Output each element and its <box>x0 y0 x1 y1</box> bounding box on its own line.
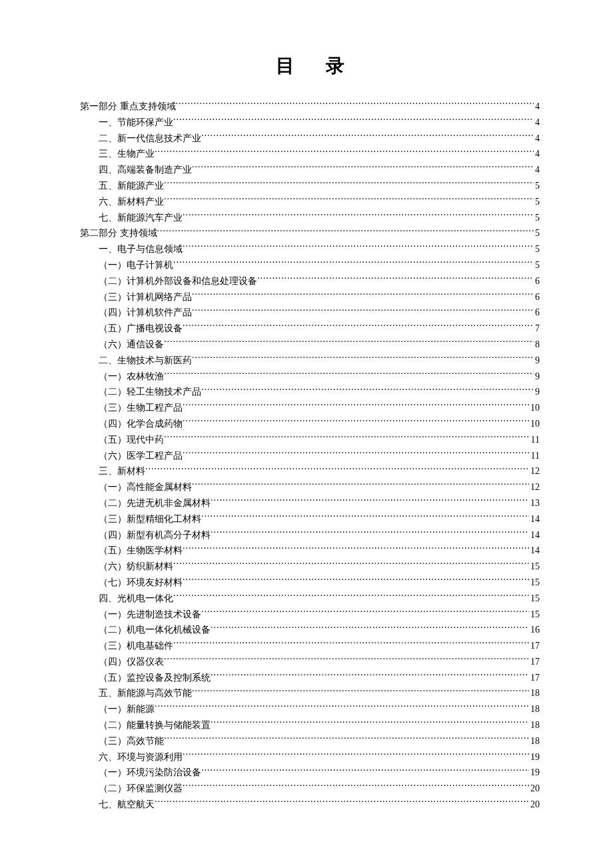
toc-entry-page: 6 <box>534 273 540 289</box>
toc-entry[interactable]: （二）先进无机非金属材料13 <box>80 495 540 511</box>
toc-leader-dots <box>201 766 529 775</box>
toc-entry-label: （五）监控设备及控制系统 <box>99 670 211 686</box>
toc-entry[interactable]: （六）通信设备8 <box>80 337 540 353</box>
toc-entry[interactable]: （三）生物工程产品10 <box>80 400 540 416</box>
toc-entry[interactable]: 七、航空航天20 <box>80 797 540 813</box>
toc-entry-label: （七）环境友好材料 <box>99 575 183 591</box>
toc-entry[interactable]: 四、高端装备制造产业4 <box>80 162 540 178</box>
toc-entry-page: 5 <box>534 178 540 194</box>
toc-entry[interactable]: 一、节能环保产业4 <box>80 115 540 131</box>
toc-entry-label: 四、光机电一体化 <box>99 591 173 607</box>
toc-leader-dots <box>183 544 529 553</box>
toc-entry-label: （二）计算机外部设备和信息处理设备 <box>99 273 257 289</box>
toc-entry[interactable]: 七、新能源汽车产业5 <box>80 210 540 226</box>
toc-entry[interactable]: （五）生物医学材料14 <box>80 543 540 559</box>
toc-leader-dots <box>183 751 529 760</box>
toc-entry[interactable]: 二、新一代信息技术产业4 <box>80 131 540 147</box>
toc-entry-label: 三、生物产业 <box>99 146 155 162</box>
toc-entry[interactable]: （二）环保监测仪器20 <box>80 781 540 797</box>
toc-entry[interactable]: （一）新能源18 <box>80 701 540 717</box>
toc-entry-label: （六）纺织新材料 <box>99 559 173 575</box>
toc-entry[interactable]: （五）现代中药11 <box>80 432 540 448</box>
toc-entry[interactable]: 三、新材料12 <box>80 463 540 479</box>
toc-leader-dots <box>164 433 530 443</box>
toc-entry-label: 七、航空航天 <box>99 797 155 813</box>
toc-entry[interactable]: （三）计算机网络产品6 <box>80 289 540 305</box>
toc-entry[interactable]: （一）农林牧渔9 <box>80 369 540 385</box>
toc-entry-page: 14 <box>529 527 540 543</box>
toc-leader-dots <box>183 211 534 221</box>
toc-entry[interactable]: 二、生物技术与新医药9 <box>80 353 540 369</box>
toc-entry[interactable]: （三）新型精细化工材料14 <box>80 511 540 527</box>
toc-entry[interactable]: 五、新能源产业5 <box>80 178 540 194</box>
toc-entry[interactable]: （四）仪器仪表17 <box>80 654 540 670</box>
toc-leader-dots <box>192 306 534 315</box>
toc-leader-dots <box>183 243 534 252</box>
toc-leader-dots <box>173 560 529 569</box>
toc-entry-page: 13 <box>529 495 540 511</box>
toc-entry[interactable]: （七）环境友好材料15 <box>80 575 540 591</box>
toc-entry[interactable]: 六、环境与资源利用19 <box>80 749 540 765</box>
toc-entry-label: （四）化学合成药物 <box>99 416 183 432</box>
toc-entry[interactable]: （四）化学合成药物10 <box>80 416 540 432</box>
toc-leader-dots <box>201 132 534 141</box>
toc-leader-dots <box>257 275 534 284</box>
toc-entry[interactable]: （四）新型有机高分子材料14 <box>80 527 540 543</box>
toc-entry[interactable]: （二）轻工生物技术产品9 <box>80 384 540 400</box>
toc-leader-dots <box>173 592 529 601</box>
toc-entry-page: 10 <box>529 400 540 416</box>
toc-entry-label: （四）新型有机高分子材料 <box>99 527 211 543</box>
toc-entry[interactable]: （三）高效节能18 <box>80 733 540 749</box>
toc-entry-page: 4 <box>534 99 540 115</box>
toc-entry-page: 12 <box>529 463 540 479</box>
toc-entry-page: 18 <box>529 717 540 733</box>
toc-entry-page: 19 <box>529 749 540 765</box>
toc-entry[interactable]: （五）广播电视设备7 <box>80 321 540 337</box>
toc-leader-dots <box>201 513 529 522</box>
toc-leader-dots <box>183 576 529 585</box>
toc-entry-label: 二、新一代信息技术产业 <box>99 131 201 147</box>
toc-entry-label: 三、新材料 <box>99 463 145 479</box>
toc-entry-label: 一、节能环保产业 <box>99 115 173 131</box>
toc-entry-label: （六）通信设备 <box>99 337 164 353</box>
toc-leader-dots <box>164 735 529 744</box>
toc-entry[interactable]: （四）计算机软件产品6 <box>80 305 540 321</box>
toc-entry-label: 一、电子与信息领域 <box>99 241 183 257</box>
toc-entry-label: 第一部分 重点支持领域 <box>80 99 176 115</box>
toc-entry[interactable]: （二）机电一体化机械设备16 <box>80 622 540 638</box>
toc-entry[interactable]: （一）先进制造技术设备15 <box>80 607 540 623</box>
page-title: 目 录 <box>80 53 540 79</box>
toc-entry[interactable]: 六、新材料产业5 <box>80 194 540 210</box>
toc-leader-dots <box>155 798 529 807</box>
toc-leader-dots <box>192 291 534 300</box>
toc-entry[interactable]: 五、新能源与高效节能18 <box>80 685 540 701</box>
toc-entry[interactable]: 第二部分 支持领域5 <box>80 225 540 241</box>
toc-entry[interactable]: 三、生物产业4 <box>80 146 540 162</box>
toc-entry[interactable]: （六）医学工程产品11 <box>80 448 540 464</box>
toc-entry[interactable]: 第一部分 重点支持领域4 <box>80 99 540 115</box>
toc-entry-page: 17 <box>529 654 540 670</box>
toc-entry[interactable]: （三）机电基础件17 <box>80 638 540 654</box>
toc-leader-dots <box>201 608 529 617</box>
toc-entry-page: 7 <box>534 321 540 337</box>
toc-entry-page: 18 <box>529 733 540 749</box>
toc-entry[interactable]: （一）环境污染防治设备19 <box>80 765 540 781</box>
toc-entry[interactable]: （二）能量转换与储能装置18 <box>80 717 540 733</box>
toc-entry[interactable]: （六）纺织新材料15 <box>80 559 540 575</box>
toc-entry-label: 五、新能源产业 <box>99 178 164 194</box>
toc-entry-label: 四、高端装备制造产业 <box>99 162 192 178</box>
toc-entry[interactable]: （二）计算机外部设备和信息处理设备6 <box>80 273 540 289</box>
toc-entry-page: 5 <box>534 210 540 226</box>
toc-leader-dots <box>164 338 534 347</box>
toc-entry-page: 15 <box>529 591 540 607</box>
toc-entry[interactable]: （一）高性能金属材料12 <box>80 479 540 495</box>
toc-leader-dots <box>183 782 529 791</box>
toc-entry[interactable]: （五）监控设备及控制系统17 <box>80 670 540 686</box>
toc-entry[interactable]: 一、电子与信息领域5 <box>80 241 540 257</box>
toc-entry-label: （三）新型精细化工材料 <box>99 511 201 527</box>
toc-entry-page: 18 <box>529 685 540 701</box>
toc-entry-page: 15 <box>529 559 540 575</box>
toc-entry[interactable]: （一）电子计算机5 <box>80 257 540 273</box>
toc-entry[interactable]: 四、光机电一体化15 <box>80 591 540 607</box>
toc-entry-page: 9 <box>534 369 540 385</box>
